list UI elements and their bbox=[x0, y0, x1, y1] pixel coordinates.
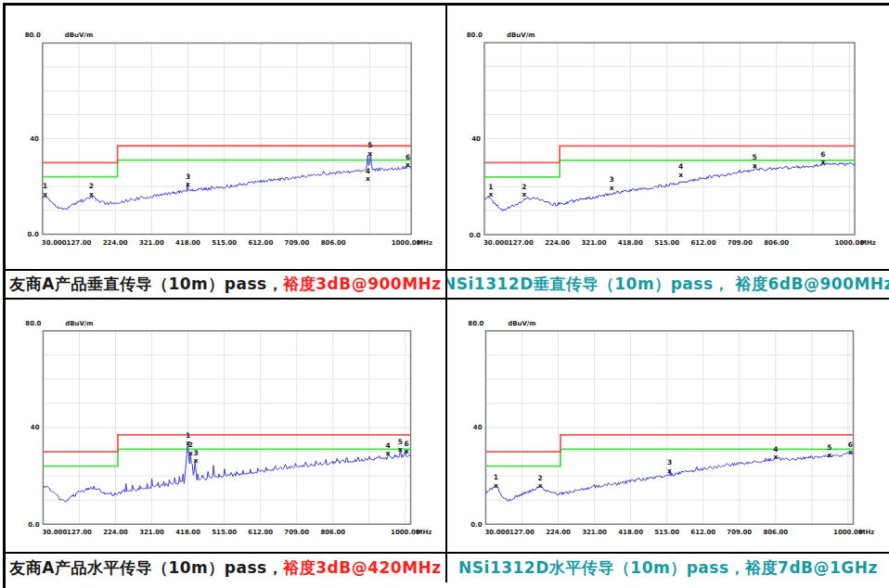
y-mid-label: 40 bbox=[471, 135, 481, 143]
marker-x: x bbox=[848, 448, 853, 456]
marker-x: x bbox=[610, 184, 614, 192]
x-tick-label: 806.00 bbox=[763, 529, 788, 536]
emc-comparison-table: 1x2x3x4x5x6x80.0dBuV/m400.030.000127.002… bbox=[3, 3, 889, 588]
y-max-label: 80.0 bbox=[25, 320, 41, 327]
x-tick-label: 127.00 bbox=[67, 529, 92, 536]
marker-x: x bbox=[821, 158, 826, 166]
emission-trace bbox=[43, 153, 411, 210]
y-mid-label: 40 bbox=[30, 135, 39, 143]
y-unit-label: dBuV/m bbox=[65, 32, 93, 39]
marker-x: x bbox=[398, 445, 403, 454]
y-min-label: 0.0 bbox=[27, 231, 38, 238]
x-unit-label: MHz bbox=[417, 239, 432, 247]
plot-grid bbox=[485, 331, 853, 524]
x-tick-label: 612.00 bbox=[248, 529, 273, 536]
marker-x: x bbox=[678, 171, 683, 179]
x-tick-label: 321.00 bbox=[139, 239, 164, 247]
x-unit-label: MHz bbox=[860, 239, 876, 247]
measurement-markers: 1x2x3x4x5x6x bbox=[186, 431, 409, 465]
marker-x: x bbox=[386, 449, 391, 457]
x-tick-label: 30.000 bbox=[42, 239, 67, 247]
marker-x: x bbox=[827, 451, 831, 459]
chart-cell-nsi1312d-horizontal: 1x2x3x4x5x6x80.0dBuV/m400.030.000127.002… bbox=[447, 300, 889, 554]
y-min-label: 0.0 bbox=[470, 521, 482, 529]
plot-grid bbox=[43, 43, 411, 234]
x-tick-label: 127.00 bbox=[509, 239, 534, 247]
caption-text: 友商A产品水平传导（10m）pass， bbox=[9, 557, 283, 579]
x-tick-label: 127.00 bbox=[67, 239, 92, 247]
y-min-label: 0.0 bbox=[470, 232, 482, 239]
caption-margin-text: 裕度3dB@900MHz bbox=[283, 274, 441, 295]
marker-x: x bbox=[367, 149, 372, 158]
measurement-markers: 1x2x3x4x5x6x bbox=[488, 150, 825, 198]
x-tick-label: 515.00 bbox=[212, 239, 237, 247]
plot-grid bbox=[43, 331, 410, 524]
marker-x: x bbox=[405, 447, 409, 455]
x-tick-label: 612.00 bbox=[248, 239, 273, 247]
x-tick-label: 418.00 bbox=[618, 239, 643, 247]
x-tick-label: 224.00 bbox=[545, 239, 570, 247]
x-tick-label: 806.00 bbox=[320, 529, 345, 536]
x-tick-label: 709.00 bbox=[285, 239, 310, 247]
caption-nsi1312d-vertical: NSi1312D垂直传导（10m）pass， 裕度6dB@900MHz bbox=[447, 271, 889, 300]
marker-x: x bbox=[188, 449, 193, 457]
chart-cell-friend-a-horizontal: 1x2x3x4x5x6x80.0dBuV/m400.030.000127.002… bbox=[6, 300, 447, 554]
y-max-label: 80.0 bbox=[25, 32, 41, 39]
y-mid-label: 40 bbox=[31, 424, 40, 431]
x-tick-label: 806.00 bbox=[321, 239, 346, 247]
emc-chart-nsi1312d-vertical: 1x2x3x4x5x6x80.0dBuV/m400.030.000127.002… bbox=[447, 6, 889, 269]
x-unit-label: MHz bbox=[416, 529, 432, 536]
marker-x: x bbox=[494, 481, 498, 490]
x-tick-label: 224.00 bbox=[103, 529, 128, 536]
chart-cell-friend-a-vertical: 1x2x3x4x5x6x80.0dBuV/m400.030.000127.002… bbox=[6, 6, 447, 271]
x-tick-label: 515.00 bbox=[212, 529, 237, 536]
x-tick-label: 321.00 bbox=[582, 529, 607, 536]
marker-x: x bbox=[522, 190, 527, 198]
x-tick-label: 321.00 bbox=[139, 529, 164, 536]
caption-text: 友商A产品垂直传导（10m）pass， bbox=[9, 274, 283, 295]
x-tick-label: 127.00 bbox=[509, 529, 535, 536]
y-unit-label: dBuV/m bbox=[508, 320, 535, 327]
x-tick-label: 515.00 bbox=[654, 239, 679, 247]
x-tick-label: 224.00 bbox=[546, 529, 571, 536]
y-unit-label: dBuV/m bbox=[65, 320, 93, 327]
x-tick-label: 30.000 bbox=[484, 529, 509, 536]
caption-friend-a-horizontal: 友商A产品水平传导（10m）pass，裕度3dB@420MHz bbox=[6, 554, 447, 582]
chart-cell-nsi1312d-vertical: 1x2x3x4x5x6x80.0dBuV/m400.030.000127.002… bbox=[447, 6, 889, 271]
x-tick-label: 418.00 bbox=[175, 239, 200, 247]
marker-x: x bbox=[753, 161, 757, 170]
emc-chart-nsi1312d-horizontal: 1x2x3x4x5x6x80.0dBuV/m400.030.000127.002… bbox=[447, 300, 889, 552]
y-max-label: 80.0 bbox=[467, 32, 483, 39]
caption-nsi1312d-horizontal: NSi1312D水平传导（10m）pass，裕度7dB@1GHz bbox=[447, 554, 889, 582]
x-tick-label: 709.00 bbox=[728, 239, 753, 247]
y-mid-label: 40 bbox=[473, 424, 483, 431]
x-tick-label: 612.00 bbox=[690, 529, 715, 536]
x-tick-label: 224.00 bbox=[103, 239, 128, 247]
x-tick-label: 515.00 bbox=[654, 529, 679, 536]
caption-margin-text: 裕度3dB@420MHz bbox=[283, 557, 441, 579]
x-tick-label: 30.000 bbox=[42, 529, 67, 536]
x-tick-label: 30.000 bbox=[483, 239, 509, 247]
y-max-label: 80.0 bbox=[468, 320, 483, 327]
measurement-markers: 1x2x3x4x5x6x bbox=[494, 441, 853, 490]
marker-x: x bbox=[186, 180, 190, 188]
x-tick-label: 418.00 bbox=[175, 529, 200, 536]
x-tick-label: 709.00 bbox=[727, 529, 752, 536]
x-tick-label: 709.00 bbox=[284, 529, 309, 536]
x-tick-label: 612.00 bbox=[690, 239, 715, 247]
marker-x: x bbox=[488, 190, 493, 198]
marker-x: x bbox=[406, 160, 410, 169]
marker-x: x bbox=[538, 481, 543, 490]
measurement-markers: 1x2x3x4x5x6x bbox=[43, 141, 410, 198]
caption-friend-a-vertical: 友商A产品垂直传导（10m）pass，裕度3dB@900MHz bbox=[6, 271, 447, 300]
marker-x: x bbox=[194, 456, 199, 465]
x-unit-label: MHz bbox=[858, 529, 874, 536]
caption-margin-text: 裕度6dB@900MHz bbox=[735, 274, 889, 295]
marker-x: x bbox=[89, 190, 94, 198]
emc-chart-friend-a-horizontal: 1x2x3x4x5x6x80.0dBuV/m400.030.000127.002… bbox=[6, 300, 445, 552]
marker-x: x bbox=[773, 453, 778, 461]
y-min-label: 0.0 bbox=[28, 521, 39, 529]
marker-x: x bbox=[667, 467, 672, 475]
emc-chart-friend-a-vertical: 1x2x3x4x5x6x80.0dBuV/m400.030.000127.002… bbox=[6, 6, 445, 269]
plot-grid bbox=[484, 43, 855, 235]
